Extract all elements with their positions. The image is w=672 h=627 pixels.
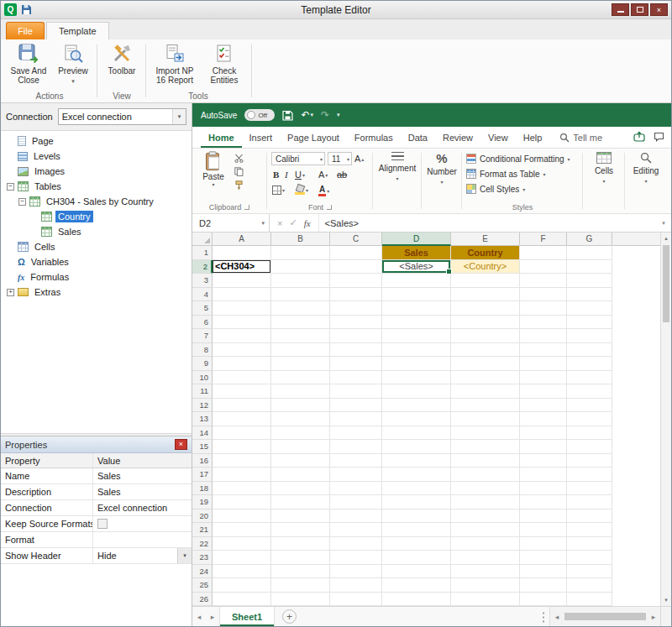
cell-F3[interactable] (520, 274, 567, 288)
cell-A4[interactable] (213, 288, 271, 302)
cell-D26[interactable] (382, 593, 451, 607)
cell-F20[interactable] (520, 509, 567, 524)
cell-F15[interactable] (520, 440, 567, 454)
cell-A18[interactable] (213, 482, 271, 496)
cell-B6[interactable] (271, 316, 330, 330)
cell-B24[interactable] (271, 565, 330, 579)
save-and-close-button[interactable]: Save And Close (6, 43, 51, 85)
scrollbar-thumb[interactable] (564, 613, 646, 620)
cell-E6[interactable] (451, 316, 520, 330)
cell-E20[interactable] (451, 509, 520, 524)
tab-file[interactable]: File (6, 22, 45, 39)
row-header-9[interactable]: 9 (192, 357, 213, 371)
cell-B17[interactable] (271, 468, 330, 482)
cell-E4[interactable] (451, 288, 520, 302)
decrease-font-button[interactable]: A▾ (318, 170, 328, 180)
column-header-F[interactable]: F (520, 233, 567, 246)
cell-G4[interactable] (567, 288, 612, 302)
column-header-A[interactable]: A (213, 233, 271, 246)
cell-D17[interactable] (382, 468, 451, 482)
cell-F21[interactable] (520, 523, 567, 537)
cell-G12[interactable] (567, 399, 612, 413)
cell-D18[interactable] (382, 482, 451, 496)
cell-A10[interactable] (213, 371, 271, 385)
tree-item-images[interactable]: Images (1, 164, 192, 179)
cell-E24[interactable] (451, 565, 520, 579)
cell-B2[interactable] (271, 260, 330, 274)
cell-A1[interactable] (213, 246, 271, 260)
cell-G19[interactable] (567, 495, 612, 509)
vertical-scrollbar[interactable]: ▴ ▾ (660, 233, 671, 606)
copy-icon[interactable] (234, 167, 244, 176)
row-header-15[interactable]: 15 (192, 440, 213, 454)
cell-C14[interactable] (330, 426, 382, 441)
borders-button[interactable]: ▾ (272, 185, 285, 195)
cell-F7[interactable] (520, 329, 567, 343)
column-header-D[interactable]: D (382, 233, 451, 246)
scroll-down-icon[interactable]: ▾ (661, 597, 671, 603)
cell-A22[interactable] (213, 537, 271, 551)
cell-G11[interactable] (567, 384, 612, 399)
column-header-G[interactable]: G (567, 233, 612, 246)
cell-E3[interactable] (451, 274, 520, 288)
tree-item-extras[interactable]: Extras (1, 285, 192, 300)
row-header-17[interactable]: 17 (192, 468, 213, 482)
row-header-25[interactable]: 25 (192, 578, 213, 593)
cell-C1[interactable] (330, 246, 382, 260)
cell-A17[interactable] (213, 468, 271, 482)
cell-E5[interactable] (451, 301, 520, 316)
row-header-22[interactable]: 22 (192, 537, 213, 551)
cell-F13[interactable] (520, 412, 567, 426)
cell-A26[interactable] (213, 593, 271, 607)
cell-C19[interactable] (330, 495, 382, 509)
cell-C20[interactable] (330, 509, 382, 524)
strikethrough-button[interactable]: ab (337, 170, 347, 180)
cell-E2[interactable]: <Country> (451, 260, 520, 274)
cell-G22[interactable] (567, 537, 612, 551)
cell-C18[interactable] (330, 482, 382, 496)
cell-G3[interactable] (567, 274, 612, 288)
cell-F17[interactable] (520, 468, 567, 482)
cell-F14[interactable] (520, 426, 567, 441)
horizontal-scrollbar[interactable]: ◂ ▸ (549, 607, 660, 626)
cell-B11[interactable] (271, 384, 330, 399)
cell-G15[interactable] (567, 440, 612, 454)
cell-B1[interactable] (271, 246, 330, 260)
connection-select[interactable]: Excel connection ▾ (58, 108, 186, 125)
excel-tab-data[interactable]: Data (401, 127, 435, 148)
cell-D16[interactable] (382, 454, 451, 468)
cell-C21[interactable] (330, 523, 382, 537)
row-header-4[interactable]: 4 (192, 288, 213, 302)
cell-B21[interactable] (271, 523, 330, 537)
cell-A7[interactable] (213, 329, 271, 343)
cell-F26[interactable] (520, 593, 567, 607)
row-header-14[interactable]: 14 (192, 426, 213, 441)
cell-F24[interactable] (520, 565, 567, 579)
cell-D4[interactable] (382, 288, 451, 302)
cell-G21[interactable] (567, 523, 612, 537)
cell-E1[interactable]: Country (451, 246, 520, 260)
cell-D14[interactable] (382, 426, 451, 441)
cell-C9[interactable] (330, 357, 382, 371)
undo-icon[interactable]: ↶▾ (301, 109, 313, 121)
sheet-nav-right-icon[interactable]: ▸ (206, 607, 219, 626)
close-button[interactable]: × (650, 3, 668, 16)
cell-D23[interactable] (382, 551, 451, 565)
cell-G17[interactable] (567, 468, 612, 482)
cell-B7[interactable] (271, 329, 330, 343)
cell-E17[interactable] (451, 468, 520, 482)
font-size-select[interactable]: 11 ▾ (328, 152, 352, 165)
row-header-26[interactable]: 26 (192, 593, 213, 607)
add-sheet-button[interactable]: + (282, 609, 297, 624)
alignment-button[interactable]: Alignment ▾ (374, 152, 421, 181)
cell-B20[interactable] (271, 509, 330, 524)
row-header-8[interactable]: 8 (192, 343, 213, 358)
cell-C5[interactable] (330, 301, 382, 316)
cell-D21[interactable] (382, 523, 451, 537)
scroll-right-icon[interactable]: ▸ (647, 613, 660, 621)
import-np-report-button[interactable]: Import NP 16 Report (150, 43, 199, 85)
cell-A3[interactable] (213, 274, 271, 288)
cell-A5[interactable] (213, 301, 271, 316)
cell-F11[interactable] (520, 384, 567, 399)
cell-E12[interactable] (451, 399, 520, 413)
